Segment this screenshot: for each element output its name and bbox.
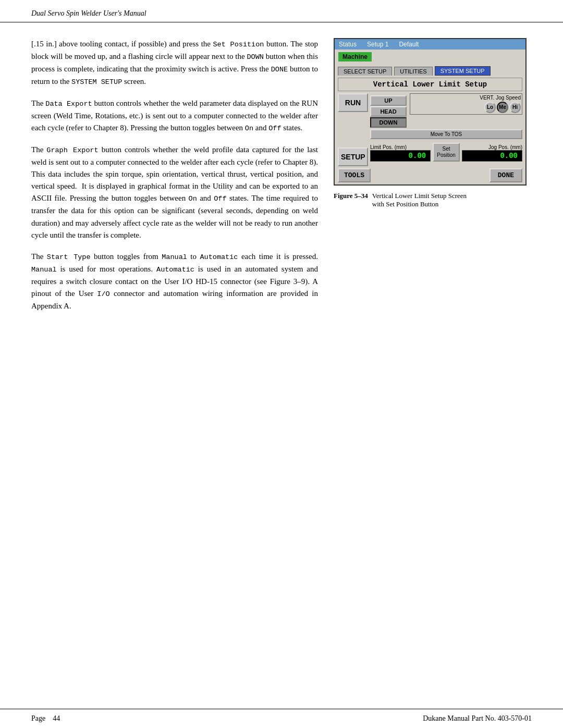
jog-direction-row: UP HEAD DOWN VERT. Jog Speed Lo (370, 93, 522, 128)
jog-me-button[interactable]: Me (497, 102, 508, 113)
down-button[interactable]: DOWN (370, 117, 407, 128)
content-area: [.15 in.] above tooling contact, if poss… (0, 22, 563, 363)
section-title: Vertical Lower Limit Setup (338, 78, 522, 91)
paragraph-2: The Data Export button controls whether … (31, 97, 318, 134)
machine-label: Machine (338, 52, 372, 61)
limit-pos-label: Limit Pos. (mm) (370, 144, 431, 150)
machine-row: Machine (335, 50, 525, 64)
status-label: Status (339, 41, 357, 48)
jog-pos-value: 0.00 (462, 150, 522, 162)
paragraph-3: The Graph Export button controls whether… (31, 144, 318, 241)
screen-container: Status Setup 1 Default Machine SELECT SE… (334, 38, 527, 186)
tab-row: SELECT SETUP UTILITIES SYSTEM SETUP (338, 66, 522, 76)
figure-caption-text: Vertical Lower Limit Setup Screen with S… (372, 192, 467, 208)
run-button[interactable]: RUN (338, 93, 368, 112)
limit-pos-value: 0.00 (370, 150, 431, 162)
set-position-button[interactable]: SetPosition (433, 143, 460, 162)
jog-pos-group: Jog Pos. (mm) 0.00 (462, 144, 522, 162)
jog-speed-section: VERT. Jog Speed Lo Me Hi (410, 93, 522, 117)
move-to-tos-button[interactable]: Move To TOS (370, 129, 522, 139)
header-title: Dual Servo Spin Welder User's Manual (31, 9, 146, 17)
up-button[interactable]: UP (370, 95, 407, 106)
page-footer: Page 44 Dukane Manual Part No. 403-570-0… (0, 709, 563, 728)
jog-speed-box: VERT. Jog Speed Lo Me Hi (410, 93, 522, 115)
limit-pos-group: Limit Pos. (mm) 0.00 (370, 144, 431, 162)
part-number: Dukane Manual Part No. 403-570-01 (423, 714, 532, 723)
right-column: Status Setup 1 Default Machine SELECT SE… (334, 38, 532, 208)
figure-caption: Figure 5–34 Vertical Lower Limit Setup S… (334, 192, 532, 208)
default-label: Default (399, 41, 419, 48)
tab-system-setup[interactable]: SYSTEM SETUP (435, 66, 491, 76)
screen-title-bar: Status Setup 1 Default (335, 39, 525, 50)
head-button[interactable]: HEAD (370, 106, 407, 117)
jog-speed-buttons: Lo Me Hi (411, 102, 521, 113)
done-button[interactable]: DONE (489, 168, 522, 182)
tab-utilities[interactable]: UTILITIES (394, 67, 432, 76)
tools-button[interactable]: TOOLS (338, 168, 371, 182)
tab-select-setup[interactable]: SELECT SETUP (338, 67, 392, 76)
jog-speed-label: VERT. Jog Speed (411, 95, 521, 101)
center-area: UP HEAD DOWN VERT. Jog Speed Lo (370, 93, 522, 166)
paragraph-4: The Start Type button toggles from Manua… (31, 251, 318, 312)
figure-number: Figure 5–34 (334, 192, 368, 208)
jog-lo-button[interactable]: Lo (484, 102, 496, 113)
screen-body: SELECT SETUP UTILITIES SYSTEM SETUP Vert… (335, 64, 525, 184)
setup-button[interactable]: SETUP (338, 147, 368, 166)
direction-buttons: UP HEAD DOWN (370, 95, 407, 128)
paragraph-1: [.15 in.] above tooling contact, if poss… (31, 38, 318, 88)
text-column: [.15 in.] above tooling contact, if poss… (31, 38, 318, 322)
page-header: Dual Servo Spin Welder User's Manual (0, 0, 563, 22)
jog-hi-button[interactable]: Hi (509, 102, 521, 113)
page-number: Page 44 (31, 714, 60, 723)
bottom-btn-row: TOOLS DONE (338, 168, 522, 182)
limit-pos-row: Limit Pos. (mm) 0.00 SetPosition Jog Pos… (370, 143, 522, 162)
jog-pos-label: Jog Pos. (mm) (462, 144, 522, 150)
screen-main-area: RUN SETUP UP HEAD DOWN (338, 93, 522, 166)
setup-label: Setup 1 (367, 41, 388, 48)
left-buttons: RUN SETUP (338, 93, 368, 166)
